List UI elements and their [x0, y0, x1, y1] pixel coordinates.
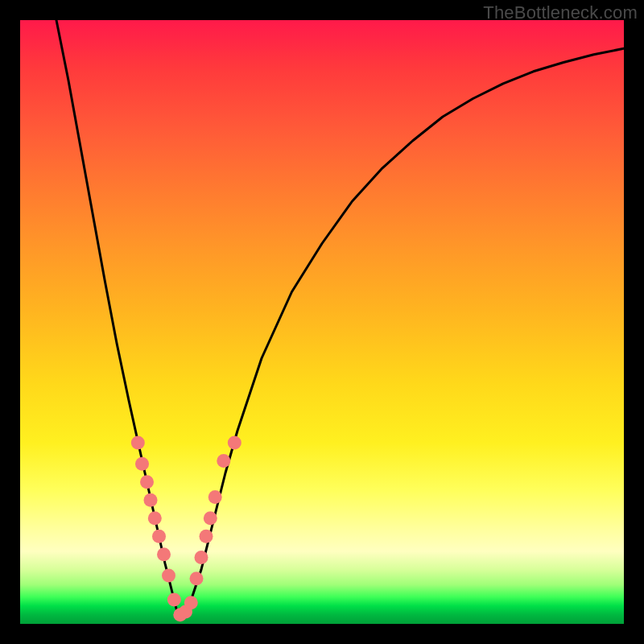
data-dot [135, 457, 149, 471]
data-dot [184, 596, 198, 609]
watermark-text: TheBottleneck.com [483, 2, 638, 23]
plot-area [20, 20, 624, 624]
data-dot [162, 569, 175, 583]
data-dot [195, 551, 208, 564]
bottleneck-curve [56, 20, 624, 612]
data-dot [200, 530, 213, 543]
curve-svg [20, 20, 624, 624]
data-dot [144, 493, 158, 507]
data-dot [167, 593, 181, 607]
data-dot [152, 530, 166, 543]
data-dot [157, 547, 171, 561]
data-dot [204, 511, 217, 525]
data-dot [208, 490, 222, 504]
data-dot [148, 511, 162, 525]
data-dot [217, 454, 230, 468]
data-dot [190, 572, 204, 585]
data-dot [131, 436, 145, 450]
chart-frame: TheBottleneck.com [0, 0, 644, 644]
data-dot [140, 475, 154, 489]
dots-group [131, 436, 242, 622]
data-dot [228, 436, 242, 450]
curve-group [56, 20, 624, 612]
